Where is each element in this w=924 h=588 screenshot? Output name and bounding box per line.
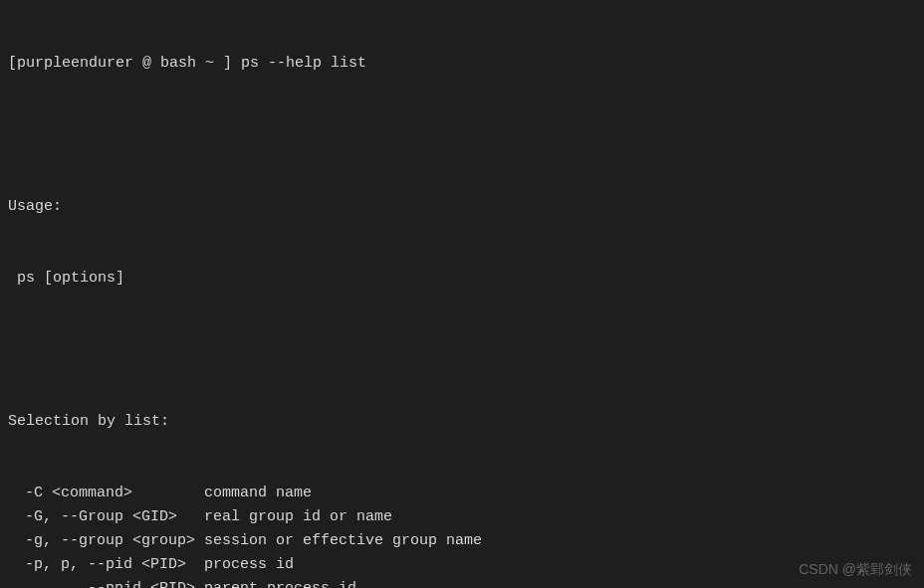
prompt-prefix: [purpleendurer @ bash ~ ]	[8, 52, 232, 76]
option-desc: command name	[204, 482, 312, 505]
watermark: CSDN @紫郢剑侠	[799, 558, 912, 580]
option-flag: -p, p, --pid <PID>	[8, 553, 204, 577]
option-row: --ppid <PID> parent process id	[8, 577, 916, 588]
option-row: -p, p, --pid <PID> process id	[8, 553, 916, 577]
option-flag: --ppid <PID>	[8, 577, 204, 588]
option-row: -g, --group <group> session or effective…	[8, 529, 916, 553]
option-flag: -g, --group <group>	[8, 529, 204, 553]
option-desc: process id	[204, 553, 294, 577]
blank-line	[8, 338, 916, 362]
option-flag: -G, --Group <GID>	[8, 505, 204, 529]
option-desc: session or effective group name	[204, 529, 482, 553]
command-text: ps --help list	[241, 52, 366, 76]
option-row: -C <command> command name	[8, 482, 916, 505]
option-desc: real group id or name	[204, 505, 392, 529]
blank-line	[8, 123, 916, 147]
section-header: Selection by list:	[8, 410, 916, 434]
terminal-output[interactable]: [purpleendurer @ bash ~ ] ps --help list…	[8, 4, 916, 588]
option-row: -G, --Group <GID> real group id or name	[8, 505, 916, 529]
option-desc: parent process id	[204, 577, 356, 588]
usage-line: ps [options]	[8, 267, 916, 291]
options-list: -C <command> command name -G, --Group <G…	[8, 482, 916, 588]
option-flag: -C <command>	[8, 482, 204, 505]
usage-header: Usage:	[8, 195, 916, 219]
prompt-line-1: [purpleendurer @ bash ~ ] ps --help list	[8, 52, 916, 76]
